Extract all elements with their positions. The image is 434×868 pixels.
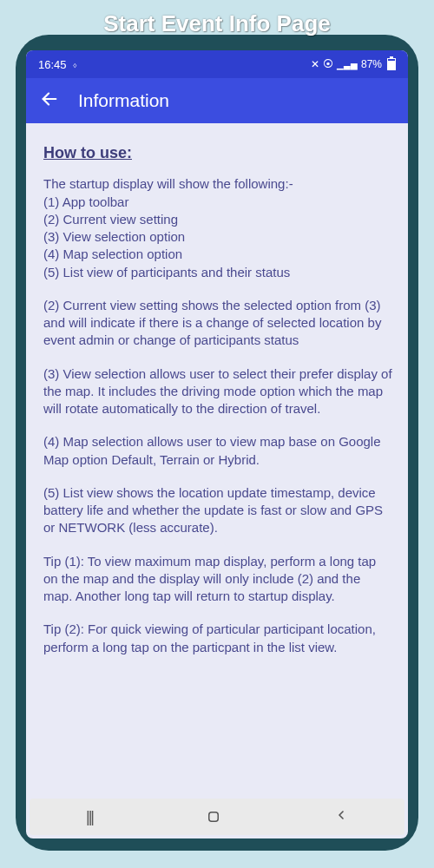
signal-icon: ▁▃▅ xyxy=(337,60,358,69)
location-icon: ⦿ xyxy=(323,58,333,70)
chevron-left-icon xyxy=(334,808,348,822)
nav-home-button[interactable] xyxy=(206,809,221,825)
phone-screen: 16:45 ⬨ ✕ ⦿ ▁▃▅ 87% Information How to u… xyxy=(26,50,408,838)
item-2: (2) Current view setting xyxy=(43,211,392,228)
intro-block: The startup display will show the follow… xyxy=(43,175,392,281)
item-3: (3) View selection option xyxy=(43,228,392,246)
status-bar: 16:45 ⬨ ✕ ⦿ ▁▃▅ 87% xyxy=(26,50,408,78)
para-5: (5) List view shows the location update … xyxy=(43,484,392,537)
phone-frame: 16:45 ⬨ ✕ ⦿ ▁▃▅ 87% Information How to u… xyxy=(16,35,418,851)
app-bar-title: Information xyxy=(78,90,169,111)
status-left: 16:45 ⬨ xyxy=(38,58,78,71)
app-bar: Information xyxy=(26,78,408,123)
battery-icon xyxy=(387,58,396,70)
para-3: (3) View selection allows user to select… xyxy=(43,365,392,418)
item-4: (4) Map selection option xyxy=(43,246,392,263)
page-banner-title: Start Event Info Page xyxy=(0,10,434,37)
tip-1: Tip (1): To view maximum map display, pe… xyxy=(43,553,392,606)
para-4: (4) Map selection allows user to view ma… xyxy=(43,433,392,469)
wifi-icon: ⬨ xyxy=(72,59,78,69)
status-right: ✕ ⦿ ▁▃▅ 87% xyxy=(311,58,396,70)
nav-recent-button[interactable]: ||| xyxy=(86,808,93,826)
tip-2: Tip (2): For quick viewing of particular… xyxy=(43,621,392,656)
svg-rect-1 xyxy=(209,812,219,822)
battery-pct: 87% xyxy=(361,58,382,70)
how-to-heading: How to use: xyxy=(43,142,392,163)
nav-back-button[interactable] xyxy=(334,808,348,826)
home-icon xyxy=(206,809,221,825)
item-1: (1) App toolbar xyxy=(43,194,392,211)
system-nav-bar: ||| xyxy=(30,799,404,835)
intro-line: The startup display will show the follow… xyxy=(43,175,392,193)
para-2: (2) Current view setting shows the selec… xyxy=(43,297,392,350)
mute-icon: ✕ xyxy=(311,58,319,70)
info-content[interactable]: How to use: The startup display will sho… xyxy=(26,123,408,799)
item-5: (5) List view of participants and their … xyxy=(43,264,392,281)
back-button[interactable] xyxy=(40,89,59,112)
arrow-left-icon xyxy=(40,89,59,108)
status-time: 16:45 xyxy=(38,58,67,71)
